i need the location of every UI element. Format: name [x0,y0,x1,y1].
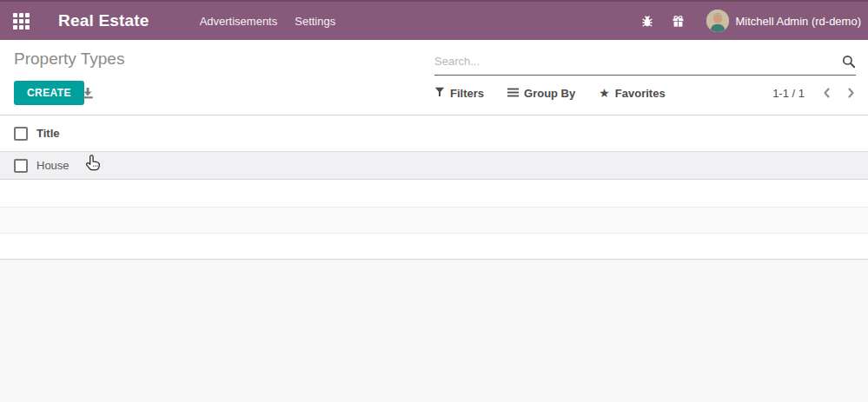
navbar-right-group: Mitchell Admin (rd-demo) [640,10,868,32]
app-brand-title[interactable]: Real Estate [58,11,149,30]
gift-icon[interactable] [672,15,686,28]
search-filter-bar: Filters Group By ★ Favorites [434,81,666,105]
app-window: Real Estate Advertisements Settings [0,0,868,402]
bug-icon[interactable] [640,15,654,28]
column-header-title[interactable]: Title [36,127,60,140]
pager: 1-1 / 1 [772,81,856,105]
control-panel: Property Types CREATE [0,40,868,115]
menu-settings[interactable]: Settings [295,11,335,31]
list-lines-icon [507,87,519,100]
star-icon: ★ [599,88,610,98]
favorites-button[interactable]: ★ Favorites [599,87,665,100]
user-name-label[interactable]: Mitchell Admin (rd-demo) [736,15,862,28]
pager-range-label[interactable]: 1-1 / 1 [772,87,805,100]
list-header-row: Title [0,115,868,152]
top-menu-bar: Advertisements Settings [200,11,336,31]
breadcrumb-page-title: Property Types [14,49,124,69]
chevron-right-icon[interactable] [846,87,856,99]
row-checkbox[interactable] [14,159,28,173]
apps-menu-icon[interactable] [13,13,30,30]
property-types-list: Title House [0,115,868,402]
search-icon[interactable] [842,55,856,71]
funnel-icon [434,87,445,100]
filters-button[interactable]: Filters [434,87,484,100]
empty-filler-row [0,208,868,234]
page-background [0,260,868,402]
search-bar [434,49,856,76]
list-row-house[interactable]: House [0,152,868,180]
empty-filler-row [0,180,868,208]
search-input[interactable] [434,49,833,72]
row-title-cell: House [36,159,70,172]
select-all-checkbox[interactable] [14,127,28,141]
top-navbar: Real Estate Advertisements Settings [0,0,868,40]
create-button[interactable]: CREATE [14,81,84,105]
group-by-button[interactable]: Group By [507,87,575,100]
menu-advertisements[interactable]: Advertisements [200,11,278,31]
user-avatar[interactable] [706,10,729,32]
empty-filler-row [0,234,868,260]
chevron-left-icon[interactable] [822,87,832,99]
export-download-icon[interactable] [82,87,94,102]
